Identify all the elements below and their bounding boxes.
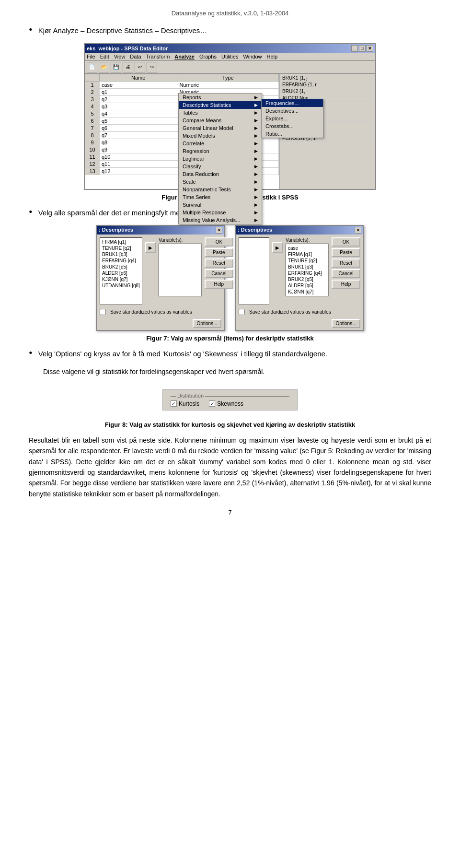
toolbar-btn-6[interactable]: ↪ [147, 62, 157, 72]
row-num: 12 [85, 160, 100, 167]
dialog-right-paste-btn[interactable]: Paste [332, 248, 360, 257]
skewness-checkbox[interactable]: ✓ [209, 400, 215, 407]
row-num: 6 [85, 117, 100, 124]
spss-window: eks_webkjop - SPSS Data Editor _ □ ✕ Fil… [84, 43, 376, 190]
menu-analyze[interactable]: Analyze [174, 54, 195, 59]
spss-window-controls: _ □ ✕ [351, 45, 373, 52]
row-name: q4 [100, 110, 177, 117]
row-name: q3 [100, 103, 177, 110]
dialog-left-arrow-btn[interactable]: ▶ [145, 242, 156, 253]
analyze-menu-item[interactable]: Reports▶ [179, 94, 262, 101]
dialog-right-close[interactable]: ✕ [355, 227, 361, 234]
dialog-left-reset-btn[interactable]: Reset [205, 258, 233, 268]
analyze-menu-item[interactable]: General Linear Model▶ [179, 124, 262, 132]
page-number: 7 [29, 509, 431, 516]
dialog-right-options-area: Options... [236, 318, 363, 330]
analyze-menu-item[interactable]: Regression▶ [179, 147, 262, 155]
row-name: q11 [100, 160, 177, 167]
analyze-menu-item[interactable]: Missing Value Analysis...▶ [179, 216, 262, 224]
right-panel-row: BRUK1 {1, j [281, 75, 374, 82]
analyze-menu-item[interactable]: Compare Means▶ [179, 117, 262, 124]
analyze-menu-item[interactable]: Nonparametric Tests▶ [179, 186, 262, 193]
analyze-menu-item[interactable]: Classify▶ [179, 163, 262, 170]
dialog-left-source-item[interactable]: ALDER [q6] [101, 270, 141, 276]
desc-stats-menu-item[interactable]: Crosstabs... [262, 122, 323, 130]
row-name: q2 [100, 95, 177, 103]
menu-utilities[interactable]: Utilities [221, 54, 238, 59]
analyze-menu-item[interactable]: Mixed Models▶ [179, 132, 262, 140]
right-panel-row: BRUK2 {1, [281, 88, 374, 95]
dialog-left-footer: Save standardized values as variables [97, 307, 224, 318]
analyze-menu-item[interactable]: Descriptive Statistics▶ [179, 101, 262, 109]
toolbar-btn-3[interactable]: 💾 [111, 62, 121, 72]
menu-graphs[interactable]: Graphs [199, 54, 217, 59]
menu-view[interactable]: View [114, 54, 126, 59]
distribution-legend: — Distribution ———————————————— [171, 393, 289, 399]
dialog-left-paste-btn[interactable]: Paste [205, 248, 233, 257]
dialog-left-help-btn[interactable]: Help [205, 280, 233, 289]
toolbar-btn-4[interactable]: 🖨 [123, 62, 133, 72]
dialog-right-target-item: ERFARING [q4] [287, 270, 327, 276]
toolbar-btn-5[interactable]: ↩ [135, 62, 145, 72]
menu-edit[interactable]: Edit [100, 54, 109, 59]
row-num: 4 [85, 103, 100, 110]
row-num: 13 [85, 167, 100, 175]
row-num: 7 [85, 124, 100, 131]
desc-stats-menu-item[interactable]: Descriptives... [262, 107, 323, 115]
maximize-btn[interactable]: □ [359, 45, 366, 52]
analyze-menu-item[interactable]: Data Reduction▶ [179, 170, 262, 178]
dialog-left-cancel-btn[interactable]: Cancel [205, 269, 233, 278]
menu-file[interactable]: File [87, 54, 95, 59]
dialog-left-source-item[interactable]: KJØNN [q7] [101, 276, 141, 282]
row-name: q5 [100, 117, 177, 124]
kurtosis-checkbox[interactable]: ✓ [171, 400, 177, 407]
dialog-right-reset-btn[interactable]: Reset [332, 258, 360, 268]
dialog-right-options-btn[interactable]: Options... [332, 319, 360, 328]
dialog-right-target-list: caseFIRMA [q1]TENURE [q2]BRUK1 [q3]ERFAR… [286, 244, 329, 296]
menu-data[interactable]: Data [130, 54, 141, 59]
analyze-menu-item[interactable]: Multiple Response▶ [179, 209, 262, 216]
row-num: 2 [85, 88, 100, 95]
dialog-left-source-item[interactable]: BRUK2 [q5] [101, 264, 141, 270]
dialog-left-source-item[interactable]: UTDANNING [q8] [101, 282, 141, 289]
dialog-left-options-btn[interactable]: Options... [193, 319, 221, 328]
dialog-left-ok-btn[interactable]: OK [205, 237, 233, 246]
dialog-right-arrow-btn[interactable]: ▶ [272, 242, 283, 253]
analyze-menu-item[interactable]: Scale▶ [179, 178, 262, 186]
menu-window[interactable]: Window [243, 54, 262, 59]
desc-stats-menu-item[interactable]: Ratio... [262, 130, 323, 138]
dialog-left-close[interactable]: ✕ [216, 227, 222, 234]
analyze-menu-item[interactable]: Loglinear▶ [179, 155, 262, 163]
analyze-menu-item[interactable]: Tables▶ [179, 109, 262, 117]
dialog-left-source-item[interactable]: BRUK1 [q3] [101, 251, 141, 258]
row-name: q6 [100, 124, 177, 131]
minimize-btn[interactable]: _ [351, 45, 358, 52]
bullet-text-1: Kjør Analyze – Descriptive Statistics – … [38, 25, 207, 36]
dialog-left-side-btns: OK Paste Reset Cancel Help [205, 237, 233, 305]
desc-stats-menu-item[interactable]: Frequencies... [262, 99, 323, 107]
close-btn[interactable]: ✕ [367, 45, 373, 52]
analyze-menu-item[interactable]: Time Series▶ [179, 193, 262, 201]
menu-help[interactable]: Help [267, 54, 278, 59]
dialog-right-ok-btn[interactable]: OK [332, 237, 360, 246]
fig7-caption: Figur 7: Valg av spørsmål (items) for de… [29, 335, 431, 342]
dialog-left-source-item[interactable]: FIRMA [q1] [101, 239, 141, 245]
desc-stats-menu-item[interactable]: Explore... [262, 115, 323, 122]
dialog-right-save-checkbox[interactable] [239, 309, 245, 315]
spss-title: eks_webkjop - SPSS Data Editor [87, 46, 168, 51]
row-name: q8 [100, 139, 177, 146]
dialog-left-vars-label: Variable(s): [159, 237, 202, 243]
toolbar-btn-1[interactable]: 📄 [87, 62, 97, 72]
toolbar-btn-2[interactable]: 📂 [99, 62, 109, 72]
dialog-right-cancel-btn[interactable]: Cancel [332, 269, 360, 278]
analyze-menu-item[interactable]: Correlate▶ [179, 140, 262, 147]
dialog-left-source-item[interactable]: TENURE [q2] [101, 245, 141, 251]
dialog-right-target-item: BRUK2 [q5] [287, 276, 327, 282]
menu-transform[interactable]: Transform [146, 54, 170, 59]
row-num: 9 [85, 139, 100, 146]
dialog-left-source-item[interactable]: ERFARING [q4] [101, 258, 141, 264]
spss-menubar: File Edit View Data Transform Analyze Gr… [85, 53, 375, 61]
analyze-menu-item[interactable]: Survival▶ [179, 201, 262, 209]
dialog-left-save-checkbox[interactable] [100, 309, 106, 315]
dialog-right-help-btn[interactable]: Help [332, 280, 360, 289]
